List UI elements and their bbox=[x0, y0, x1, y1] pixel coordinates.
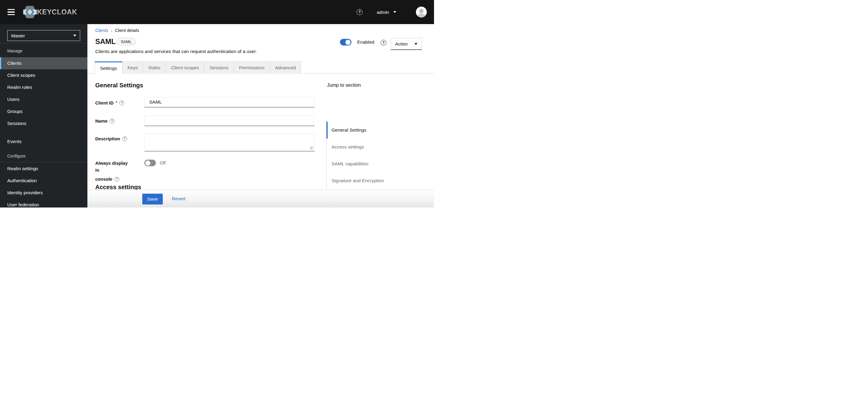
breadcrumb: Clients › Client details bbox=[95, 28, 139, 33]
breadcrumb-separator-icon: › bbox=[111, 28, 113, 33]
client-id-help-icon[interactable]: ? bbox=[119, 101, 124, 105]
sidebar-item-clients[interactable]: Clients bbox=[0, 57, 87, 69]
client-id-label: Client ID * ? bbox=[95, 99, 141, 106]
always-display-help-icon[interactable]: ? bbox=[115, 177, 119, 182]
description-label: Description ? bbox=[95, 135, 141, 142]
name-label: Name ? bbox=[95, 117, 141, 125]
tab-client-scopes[interactable]: Client scopes bbox=[166, 62, 204, 74]
client-id-input[interactable] bbox=[144, 97, 315, 107]
enabled-label: Enabled bbox=[357, 39, 374, 45]
keycloak-logo-icon bbox=[23, 6, 37, 19]
tab-keys[interactable]: Keys bbox=[122, 62, 143, 74]
always-display-toggle[interactable] bbox=[144, 160, 156, 166]
masthead: KEYCLOAK ? admin bbox=[0, 0, 434, 24]
tab-advanced[interactable]: Advanced bbox=[270, 62, 301, 74]
tab-sessions[interactable]: Sessions bbox=[204, 62, 234, 74]
description-help-icon[interactable]: ? bbox=[122, 136, 127, 141]
jump-link-general-settings[interactable]: General Settings bbox=[327, 122, 426, 139]
action-dropdown[interactable]: Action bbox=[391, 38, 422, 50]
realm-selector[interactable]: Master bbox=[7, 30, 80, 41]
form-footer: Save Revert bbox=[87, 190, 434, 207]
client-protocol-badge: SAML bbox=[116, 38, 136, 45]
sidebar-item-client-scopes[interactable]: Client scopes bbox=[0, 69, 87, 81]
chevron-down-icon bbox=[414, 43, 417, 45]
main-content: Clients › Client details SAML SAML Clien… bbox=[87, 24, 434, 207]
keycloak-logo[interactable]: KEYCLOAK bbox=[23, 6, 77, 18]
hamburger-menu-icon[interactable] bbox=[7, 9, 15, 15]
sidebar-item-authentication[interactable]: Authentication bbox=[0, 175, 87, 187]
sidebar-item-users[interactable]: Users bbox=[0, 93, 87, 105]
enabled-toggle[interactable] bbox=[340, 39, 351, 45]
breadcrumb-current: Client details bbox=[115, 28, 139, 33]
sidebar-item-identity-providers[interactable]: Identity providers bbox=[0, 187, 87, 199]
sidebar-item-realm-roles[interactable]: Realm roles bbox=[0, 81, 87, 93]
jump-link-access-settings[interactable]: Access settings bbox=[327, 139, 426, 155]
realm-name: Master bbox=[11, 33, 25, 38]
always-display-state: Off bbox=[160, 160, 166, 165]
breadcrumb-clients-link[interactable]: Clients bbox=[95, 28, 108, 33]
required-indicator: * bbox=[116, 99, 117, 106]
jump-link-saml-capabilities[interactable]: SAML capabilities bbox=[327, 155, 426, 172]
sidebar-item-groups[interactable]: Groups bbox=[0, 105, 87, 117]
sidebar-divider bbox=[0, 43, 87, 43]
name-input[interactable] bbox=[144, 115, 315, 126]
sidebar-item-user-federation[interactable]: User federation bbox=[0, 199, 87, 207]
chevron-down-icon bbox=[393, 11, 396, 13]
enabled-help-icon[interactable]: ? bbox=[381, 40, 386, 45]
username: admin bbox=[377, 10, 389, 15]
always-display-label: Always display in console ? bbox=[95, 160, 133, 182]
page-subtitle: Clients are applications and services th… bbox=[95, 49, 257, 54]
jump-to-section-title: Jump to section bbox=[327, 82, 361, 88]
sidebar-item-realm-settings[interactable]: Realm settings bbox=[0, 163, 87, 175]
nav-section-configure: Configure bbox=[7, 153, 26, 159]
description-textarea[interactable] bbox=[144, 133, 315, 151]
sidebar-item-events[interactable]: Events bbox=[0, 136, 87, 147]
tab-roles[interactable]: Roles bbox=[143, 62, 166, 74]
sidebar: Master Manage Clients Client scopes Real… bbox=[0, 24, 87, 207]
revert-link[interactable]: Revert bbox=[172, 196, 186, 202]
tab-settings[interactable]: Settings bbox=[95, 62, 122, 74]
masthead-help-icon[interactable]: ? bbox=[356, 9, 363, 15]
save-button[interactable]: Save bbox=[142, 194, 163, 205]
tab-permissions[interactable]: Permissions bbox=[234, 62, 270, 74]
name-help-icon[interactable]: ? bbox=[110, 119, 115, 124]
user-menu[interactable]: admin bbox=[377, 0, 396, 24]
avatar[interactable] bbox=[416, 7, 427, 18]
page-title: SAML bbox=[95, 37, 116, 46]
section-heading-general-settings: General Settings bbox=[95, 82, 143, 89]
sidebar-item-sessions[interactable]: Sessions bbox=[0, 117, 87, 130]
tab-bar: Settings Keys Roles Client scopes Sessio… bbox=[87, 62, 434, 74]
nav-section-manage: Manage bbox=[7, 48, 23, 53]
brand-text: KEYCLOAK bbox=[37, 8, 77, 16]
jump-link-signature-encryption[interactable]: Signature and Encryption bbox=[327, 172, 426, 189]
chevron-down-icon bbox=[73, 35, 76, 36]
sidebar-divider bbox=[0, 162, 87, 162]
